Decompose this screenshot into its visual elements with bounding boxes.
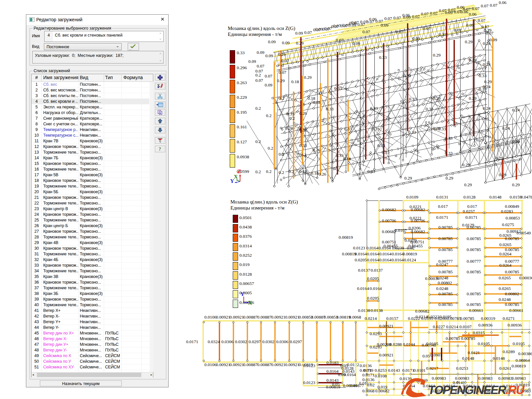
svg-text:0.00785: 0.00785	[439, 236, 453, 241]
svg-text:0.33: 0.33	[382, 150, 389, 155]
svg-text:0.33: 0.33	[379, 55, 387, 60]
svg-text:0.09: 0.09	[412, 36, 420, 41]
svg-text:0.07: 0.07	[324, 26, 332, 31]
svg-text:0.33: 0.33	[445, 136, 453, 141]
svg-text:0.18: 0.18	[291, 79, 299, 84]
svg-text:0.296: 0.296	[237, 65, 247, 70]
svg-text:0.0136: 0.0136	[362, 377, 375, 382]
svg-text:0.09: 0.09	[268, 39, 276, 44]
svg-text:Y: Y	[230, 178, 234, 184]
svg-text:0.0171: 0.0171	[186, 339, 198, 344]
svg-text:0.00785: 0.00785	[467, 269, 481, 274]
svg-text:0.29: 0.29	[495, 156, 503, 161]
svg-text:0.33: 0.33	[445, 151, 453, 156]
svg-text:0.0438: 0.0438	[239, 224, 252, 229]
svg-text:0.00983: 0.00983	[512, 376, 526, 381]
svg-text:0.00887: 0.00887	[243, 362, 258, 367]
svg-text:0.0478: 0.0478	[521, 195, 532, 200]
svg-text:0.09: 0.09	[248, 59, 256, 64]
svg-text:0.0109: 0.0109	[406, 195, 419, 200]
svg-text:0.00455: 0.00455	[384, 243, 398, 248]
svg-text:0.09: 0.09	[381, 23, 388, 28]
svg-text:0.00455: 0.00455	[409, 243, 423, 248]
svg-text:0.33: 0.33	[377, 143, 385, 148]
svg-text:0.06: 0.06	[461, 9, 468, 14]
svg-text:0.00706: 0.00706	[382, 218, 396, 223]
svg-text:0.0901: 0.0901	[430, 352, 442, 357]
svg-text:0.0288: 0.0288	[390, 342, 402, 347]
svg-text:0.00853: 0.00853	[506, 215, 520, 220]
svg-text:0.00386: 0.00386	[518, 351, 532, 356]
svg-text:0.0314: 0.0314	[239, 243, 252, 248]
svg-text:Мозаика q(лин.) вдоль оси Z(G: Мозаика q(лин.) вдоль оси Z(G)	[230, 199, 298, 205]
svg-text:0.2: 0.2	[268, 146, 273, 151]
svg-text:0.0138: 0.0138	[358, 308, 370, 313]
svg-text:0.0068: 0.0068	[362, 388, 375, 393]
svg-text:0.00849: 0.00849	[505, 204, 519, 209]
svg-text:0.0248: 0.0248	[436, 286, 449, 291]
svg-text:0.00921: 0.00921	[271, 362, 286, 367]
svg-text:0.00887: 0.00887	[311, 315, 326, 320]
svg-text:0.2: 0.2	[266, 113, 271, 118]
svg-text:0.2: 0.2	[266, 169, 271, 174]
svg-text:0.00936: 0.00936	[508, 323, 522, 328]
svg-text:0.00921: 0.00921	[230, 315, 244, 320]
svg-text:0.00819: 0.00819	[342, 251, 356, 256]
svg-text:0.0324: 0.0324	[208, 339, 220, 344]
svg-text:0.06: 0.06	[469, 12, 476, 17]
svg-text:0.29: 0.29	[476, 137, 484, 142]
svg-text:0.07: 0.07	[412, 14, 420, 19]
svg-text:0.0105: 0.0105	[513, 341, 525, 346]
svg-text:Единицы измерения - т/м: Единицы измерения - т/м	[230, 205, 285, 210]
svg-text:0.00887: 0.00887	[243, 315, 258, 320]
svg-text:0.29: 0.29	[469, 96, 476, 101]
svg-text:0.0302: 0.0302	[262, 339, 274, 344]
svg-text:0.0257: 0.0257	[463, 209, 475, 214]
svg-text:0.18: 0.18	[311, 171, 319, 176]
svg-text:0.07: 0.07	[336, 38, 343, 43]
svg-text:0.00785: 0.00785	[447, 316, 461, 321]
svg-text:0.00348: 0.00348	[422, 342, 436, 347]
svg-text:0.0131: 0.0131	[436, 195, 448, 200]
svg-text:0.26: 0.26	[319, 172, 326, 177]
svg-text:0.0501: 0.0501	[239, 215, 252, 220]
svg-text:0.06: 0.06	[369, 17, 377, 22]
svg-text:0.33: 0.33	[409, 96, 417, 101]
svg-text:0.0164: 0.0164	[367, 251, 379, 256]
svg-text:0.017: 0.017	[438, 204, 448, 209]
svg-text:0.263: 0.263	[237, 80, 247, 85]
svg-text:0.00802: 0.00802	[505, 291, 519, 296]
svg-text:0.0171: 0.0171	[402, 368, 414, 373]
svg-text:0.0253: 0.0253	[456, 366, 468, 371]
svg-text:0.0107: 0.0107	[460, 324, 472, 329]
svg-text:0.0164: 0.0164	[392, 257, 404, 262]
svg-text:0.09: 0.09	[445, 10, 453, 15]
svg-text:0.0124: 0.0124	[404, 257, 416, 262]
svg-text:0.00661: 0.00661	[509, 308, 524, 313]
svg-text:0.0164: 0.0164	[392, 251, 404, 256]
svg-text:0.29: 0.29	[433, 96, 441, 101]
svg-text:0.07: 0.07	[333, 23, 341, 28]
svg-text:0.33: 0.33	[439, 32, 447, 37]
svg-text:0.0222: 0.0222	[408, 316, 420, 321]
svg-text:0.0265: 0.0265	[499, 275, 511, 280]
svg-text:0.09: 0.09	[282, 40, 290, 45]
svg-text:0.2: 0.2	[255, 139, 261, 144]
svg-text:0.0214: 0.0214	[446, 324, 459, 329]
svg-text:0.0164: 0.0164	[357, 286, 369, 291]
svg-text:0.2: 0.2	[255, 106, 261, 111]
svg-text:0.29: 0.29	[278, 52, 286, 57]
svg-text:0.26: 0.26	[313, 147, 320, 152]
svg-text:0.2: 0.2	[289, 169, 294, 174]
svg-text:0.0164: 0.0164	[379, 257, 392, 262]
svg-text:0.26: 0.26	[299, 111, 307, 116]
svg-text:0.0221: 0.0221	[410, 215, 422, 220]
svg-text:Y: Y	[240, 291, 244, 297]
svg-text:0.07: 0.07	[281, 58, 289, 63]
svg-text:0.00887: 0.00887	[257, 315, 272, 320]
svg-text:0.00785: 0.00785	[461, 336, 475, 341]
svg-text:0.07: 0.07	[481, 24, 489, 29]
svg-text:TOPENGINEER.RU: TOPENGINEER.RU	[427, 383, 525, 397]
svg-text:0.019: 0.019	[239, 262, 250, 267]
svg-text:0.0123: 0.0123	[303, 363, 316, 368]
